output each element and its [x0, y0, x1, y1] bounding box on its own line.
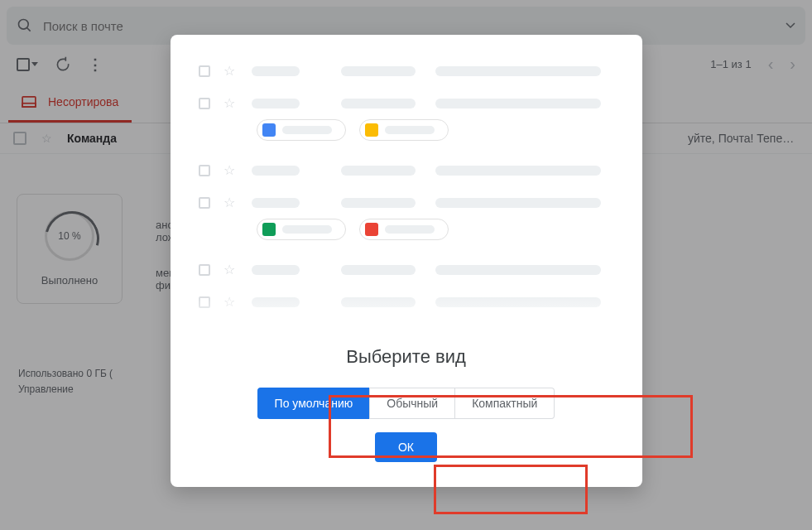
- checkbox-icon: [199, 65, 210, 77]
- preview-row: ☆: [199, 154, 614, 186]
- density-preview: ☆ ☆ ☆: [184, 35, 629, 341]
- star-icon: ☆: [223, 294, 235, 310]
- density-normal-button[interactable]: Обычный: [369, 388, 455, 419]
- star-icon: ☆: [223, 162, 235, 178]
- preview-row: ☆: [199, 87, 614, 119]
- modal-overlay: ☆ ☆ ☆: [0, 0, 812, 530]
- star-icon: ☆: [223, 195, 235, 210]
- preview-row: ☆: [199, 186, 614, 219]
- ok-button[interactable]: ОК: [375, 432, 437, 462]
- preview-row: ☆: [199, 253, 614, 286]
- docs-icon: [262, 123, 276, 137]
- preview-attachments: [257, 219, 614, 240]
- attachment-chip: [359, 219, 449, 240]
- density-dialog: ☆ ☆ ☆: [171, 35, 642, 487]
- star-icon: ☆: [223, 262, 235, 277]
- checkbox-icon: [199, 165, 210, 176]
- star-icon: ☆: [223, 63, 235, 79]
- attachment-chip: [257, 119, 346, 141]
- attachment-chip: [359, 119, 449, 141]
- sheets-icon: [262, 223, 276, 236]
- image-icon: [365, 223, 378, 236]
- checkbox-icon: [199, 296, 210, 308]
- checkbox-icon: [199, 197, 210, 209]
- preview-attachments: [257, 119, 614, 141]
- checkbox-icon: [199, 264, 210, 276]
- preview-row: ☆: [199, 286, 614, 318]
- star-icon: ☆: [223, 95, 235, 111]
- dialog-title: Выберите вид: [171, 346, 642, 368]
- preview-row: ☆: [199, 55, 614, 87]
- density-default-button[interactable]: По умолчанию: [257, 388, 370, 419]
- slides-icon: [365, 123, 378, 137]
- checkbox-icon: [199, 98, 210, 109]
- attachment-chip: [257, 219, 346, 240]
- density-options: По умолчанию Обычный Компактный: [171, 388, 642, 419]
- density-compact-button[interactable]: Компактный: [455, 388, 555, 419]
